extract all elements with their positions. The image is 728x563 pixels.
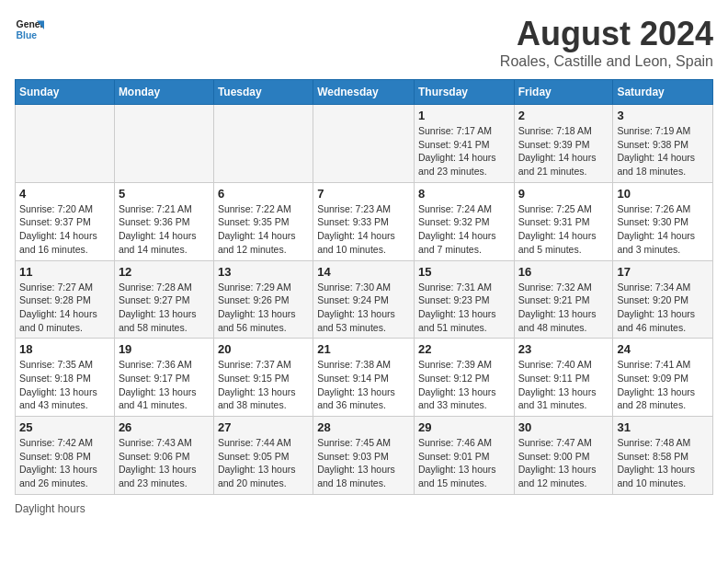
- week-row-4: 25Sunrise: 7:42 AMSunset: 9:08 PMDayligh…: [16, 417, 713, 495]
- day-cell-4: 4Sunrise: 7:20 AMSunset: 9:37 PMDaylight…: [16, 182, 115, 260]
- title-area: August 2024 Roales, Castille and Leon, S…: [500, 15, 713, 70]
- day-info: Sunrise: 7:25 AMSunset: 9:31 PMDaylight:…: [518, 202, 609, 257]
- day-info: Sunrise: 7:48 AMSunset: 8:58 PMDaylight:…: [617, 436, 709, 490]
- day-cell-26: 26Sunrise: 7:43 AMSunset: 9:06 PMDayligh…: [114, 417, 213, 495]
- day-info: Sunrise: 7:23 AMSunset: 9:33 PMDaylight:…: [317, 202, 410, 257]
- day-info: Sunrise: 7:30 AMSunset: 9:24 PMDaylight:…: [317, 281, 410, 335]
- day-number: 7: [317, 187, 410, 201]
- day-cell-11: 11Sunrise: 7:27 AMSunset: 9:28 PMDayligh…: [16, 260, 115, 339]
- day-number: 24: [617, 342, 709, 356]
- day-number: 2: [518, 109, 609, 122]
- week-row-1: 4Sunrise: 7:20 AMSunset: 9:37 PMDaylight…: [16, 182, 713, 260]
- day-info: Sunrise: 7:29 AMSunset: 9:26 PMDaylight:…: [218, 281, 309, 335]
- day-cell-12: 12Sunrise: 7:28 AMSunset: 9:27 PMDayligh…: [114, 260, 213, 339]
- day-cell-27: 27Sunrise: 7:44 AMSunset: 9:05 PMDayligh…: [213, 417, 313, 495]
- day-cell-16: 16Sunrise: 7:32 AMSunset: 9:21 PMDayligh…: [514, 260, 613, 339]
- day-cell-7: 7Sunrise: 7:23 AMSunset: 9:33 PMDaylight…: [313, 182, 415, 260]
- day-number: 26: [119, 420, 210, 434]
- day-header-sunday: Sunday: [16, 80, 115, 105]
- day-cell-21: 21Sunrise: 7:38 AMSunset: 9:14 PMDayligh…: [313, 339, 415, 417]
- day-cell-28: 28Sunrise: 7:45 AMSunset: 9:03 PMDayligh…: [313, 417, 415, 495]
- day-number: 1: [418, 109, 510, 122]
- day-info: Sunrise: 7:46 AMSunset: 9:01 PMDaylight:…: [418, 436, 510, 490]
- day-cell-29: 29Sunrise: 7:46 AMSunset: 9:01 PMDayligh…: [414, 417, 514, 495]
- day-number: 25: [19, 420, 110, 434]
- day-header-thursday: Thursday: [414, 80, 514, 105]
- day-cell-18: 18Sunrise: 7:35 AMSunset: 9:18 PMDayligh…: [16, 339, 115, 417]
- header: General Blue August 2024 Roales, Castill…: [15, 15, 713, 70]
- day-info: Sunrise: 7:37 AMSunset: 9:15 PMDaylight:…: [218, 358, 309, 412]
- day-info: Sunrise: 7:39 AMSunset: 9:12 PMDaylight:…: [418, 358, 510, 412]
- day-info: Sunrise: 7:38 AMSunset: 9:14 PMDaylight:…: [317, 358, 410, 412]
- day-cell-5: 5Sunrise: 7:21 AMSunset: 9:36 PMDaylight…: [114, 182, 213, 260]
- logo: General Blue: [15, 15, 44, 44]
- day-cell-24: 24Sunrise: 7:41 AMSunset: 9:09 PMDayligh…: [613, 339, 713, 417]
- day-info: Sunrise: 7:32 AMSunset: 9:21 PMDaylight:…: [518, 281, 609, 335]
- day-number: 19: [119, 342, 210, 356]
- day-info: Sunrise: 7:19 AMSunset: 9:38 PMDaylight:…: [617, 124, 709, 178]
- week-row-2: 11Sunrise: 7:27 AMSunset: 9:28 PMDayligh…: [16, 260, 713, 339]
- week-row-0: 1Sunrise: 7:17 AMSunset: 9:41 PMDaylight…: [16, 105, 713, 183]
- subtitle: Roales, Castille and Leon, Spain: [500, 53, 713, 70]
- day-header-tuesday: Tuesday: [213, 80, 313, 105]
- day-number: 31: [617, 420, 709, 434]
- day-cell-15: 15Sunrise: 7:31 AMSunset: 9:23 PMDayligh…: [414, 260, 514, 339]
- svg-text:Blue: Blue: [17, 30, 38, 40]
- header-row: SundayMondayTuesdayWednesdayThursdayFrid…: [16, 80, 713, 105]
- day-cell-2: 2Sunrise: 7:18 AMSunset: 9:39 PMDaylight…: [514, 105, 613, 183]
- empty-cell: [313, 105, 415, 183]
- day-info: Sunrise: 7:27 AMSunset: 9:28 PMDaylight:…: [19, 281, 110, 335]
- day-number: 12: [119, 265, 210, 279]
- day-number: 29: [418, 420, 510, 434]
- day-cell-14: 14Sunrise: 7:30 AMSunset: 9:24 PMDayligh…: [313, 260, 415, 339]
- day-number: 14: [317, 265, 410, 279]
- day-header-monday: Monday: [114, 80, 213, 105]
- day-number: 6: [218, 187, 309, 201]
- day-info: Sunrise: 7:17 AMSunset: 9:41 PMDaylight:…: [418, 124, 510, 178]
- day-info: Sunrise: 7:34 AMSunset: 9:20 PMDaylight:…: [617, 281, 709, 335]
- day-cell-20: 20Sunrise: 7:37 AMSunset: 9:15 PMDayligh…: [213, 339, 313, 417]
- day-header-saturday: Saturday: [613, 80, 713, 105]
- day-number: 13: [218, 265, 309, 279]
- day-number: 17: [617, 265, 709, 279]
- day-number: 18: [19, 342, 110, 356]
- day-cell-3: 3Sunrise: 7:19 AMSunset: 9:38 PMDaylight…: [613, 105, 713, 183]
- day-number: 5: [119, 187, 210, 201]
- day-number: 8: [418, 187, 510, 201]
- day-cell-31: 31Sunrise: 7:48 AMSunset: 8:58 PMDayligh…: [613, 417, 713, 495]
- day-cell-23: 23Sunrise: 7:40 AMSunset: 9:11 PMDayligh…: [514, 339, 613, 417]
- day-number: 16: [518, 265, 609, 279]
- day-cell-25: 25Sunrise: 7:42 AMSunset: 9:08 PMDayligh…: [16, 417, 115, 495]
- day-header-friday: Friday: [514, 80, 613, 105]
- day-info: Sunrise: 7:41 AMSunset: 9:09 PMDaylight:…: [617, 358, 709, 412]
- day-number: 10: [617, 187, 709, 201]
- day-info: Sunrise: 7:36 AMSunset: 9:17 PMDaylight:…: [119, 358, 210, 412]
- day-number: 30: [518, 420, 609, 434]
- day-number: 11: [19, 265, 110, 279]
- day-number: 28: [317, 420, 410, 434]
- day-cell-13: 13Sunrise: 7:29 AMSunset: 9:26 PMDayligh…: [213, 260, 313, 339]
- day-info: Sunrise: 7:26 AMSunset: 9:30 PMDaylight:…: [617, 202, 709, 257]
- day-number: 20: [218, 342, 309, 356]
- empty-cell: [213, 105, 313, 183]
- week-row-3: 18Sunrise: 7:35 AMSunset: 9:18 PMDayligh…: [16, 339, 713, 417]
- day-cell-10: 10Sunrise: 7:26 AMSunset: 9:30 PMDayligh…: [613, 182, 713, 260]
- day-info: Sunrise: 7:24 AMSunset: 9:32 PMDaylight:…: [418, 202, 510, 257]
- day-info: Sunrise: 7:47 AMSunset: 9:00 PMDaylight:…: [518, 436, 609, 490]
- day-number: 15: [418, 265, 510, 279]
- day-info: Sunrise: 7:31 AMSunset: 9:23 PMDaylight:…: [418, 281, 510, 335]
- day-number: 21: [317, 342, 410, 356]
- day-cell-9: 9Sunrise: 7:25 AMSunset: 9:31 PMDaylight…: [514, 182, 613, 260]
- empty-cell: [16, 105, 115, 183]
- footer-note: Daylight hours: [15, 502, 713, 515]
- day-cell-19: 19Sunrise: 7:36 AMSunset: 9:17 PMDayligh…: [114, 339, 213, 417]
- day-cell-30: 30Sunrise: 7:47 AMSunset: 9:00 PMDayligh…: [514, 417, 613, 495]
- day-cell-6: 6Sunrise: 7:22 AMSunset: 9:35 PMDaylight…: [213, 182, 313, 260]
- main-title: August 2024: [500, 15, 713, 53]
- day-number: 4: [19, 187, 110, 201]
- day-info: Sunrise: 7:42 AMSunset: 9:08 PMDaylight:…: [19, 436, 110, 490]
- day-number: 22: [418, 342, 510, 356]
- day-info: Sunrise: 7:44 AMSunset: 9:05 PMDaylight:…: [218, 436, 309, 490]
- day-info: Sunrise: 7:40 AMSunset: 9:11 PMDaylight:…: [518, 358, 609, 412]
- day-number: 23: [518, 342, 609, 356]
